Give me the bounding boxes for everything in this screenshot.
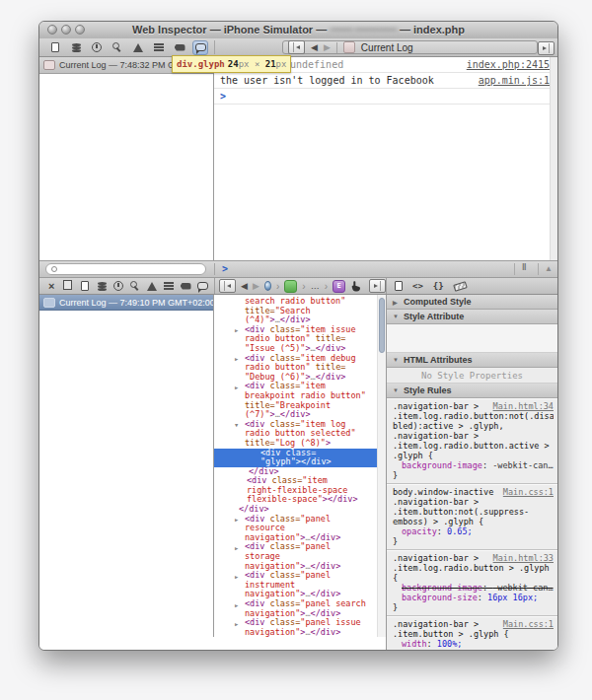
rule-selector-line: { <box>393 573 554 583</box>
rule-selector-text[interactable]: bled):active > .glyph, <box>393 421 504 431</box>
copy-icon <box>65 282 72 290</box>
quick-console-prompt[interactable]: > <box>222 263 228 274</box>
console-bubble-button[interactable] <box>194 279 210 294</box>
rule-selector-text[interactable]: .glyph { <box>393 451 433 460</box>
markup-tab-icon[interactable]: <> <box>412 282 423 291</box>
document-button[interactable] <box>77 279 93 294</box>
rule-selector-text[interactable]: body.window-inactive <box>393 487 493 497</box>
source-location-link[interactable]: app.min.js:1 <box>479 75 550 86</box>
console-prompt-row[interactable]: > <box>214 89 557 105</box>
html-attributes-section-header[interactable]: ▼HTML Attributes <box>387 353 557 368</box>
rule-selector-text[interactable]: .navigation-bar > <box>393 497 479 507</box>
page-crumb-icon[interactable] <box>264 281 271 291</box>
disclosure-triangle-icon[interactable]: ▶ <box>393 299 400 306</box>
dom-scrollbar-thumb[interactable] <box>379 298 385 353</box>
crumb-separator-icon: › <box>325 281 328 292</box>
bottom-toolbar: × ◀ ▶ › › … › E <> {} <box>39 277 557 295</box>
disclosure-triangle-icon[interactable]: ▼ <box>393 357 400 363</box>
rule-selector-text[interactable]: .item.log.radio.button > .glyph <box>393 563 550 573</box>
filter-tag-icon <box>175 44 185 51</box>
rule-closing-brace: } <box>393 536 554 546</box>
dom-tree-line[interactable]: ▶<div class="panel <box>214 571 386 581</box>
search-button[interactable] <box>110 40 125 55</box>
left-sidebar-toggle-button[interactable] <box>219 279 236 293</box>
issues-button[interactable] <box>130 40 146 55</box>
forward-button[interactable]: ▶ <box>324 42 331 52</box>
right-sidebar-toggle-button[interactable] <box>369 279 386 293</box>
computed-style-section-header[interactable]: ▶Computed Style <box>387 295 557 310</box>
element-badge-crumb-icon[interactable]: E <box>333 280 345 293</box>
filter-tag-button[interactable] <box>172 40 187 55</box>
rule-property[interactable]: background-image: -webkit-can… <box>393 583 554 593</box>
pause-log-button[interactable]: ‖ <box>522 262 526 272</box>
rule-source-link[interactable]: Main.html:34 <box>493 401 554 411</box>
minimize-button[interactable] <box>61 25 71 35</box>
rule-property[interactable]: background-size: 16px 16px; <box>393 593 554 602</box>
metrics-tab-icon[interactable] <box>453 281 468 292</box>
rule-selector-line: .item.button > .glyph { <box>393 629 554 639</box>
disclosure-triangle-icon[interactable]: ▼ <box>393 387 400 393</box>
scroll-to-top-button[interactable]: ▲ <box>545 264 553 273</box>
forward-button[interactable]: ▶ <box>253 281 259 291</box>
timeline-button[interactable] <box>111 279 126 294</box>
current-log-tab[interactable]: Current Log <box>361 42 413 53</box>
rule-selector-text[interactable]: .navigation-bar > <box>393 553 479 563</box>
console-lines-button[interactable] <box>151 40 167 55</box>
rule-selector-text[interactable]: { <box>393 573 398 583</box>
dom-tree-line[interactable]: "glyph"></div> <box>214 457 386 467</box>
style-tab-icon[interactable]: {} <box>433 282 444 291</box>
rule-property[interactable]: width: 100%; <box>393 639 554 649</box>
console-scrollbar[interactable] <box>550 57 557 260</box>
rule-selector-text[interactable]: .navigation-bar > <box>393 401 479 411</box>
crumb-ellipsis[interactable]: … <box>311 281 320 291</box>
right-sidebar-toggle-button[interactable] <box>538 41 555 55</box>
inspect-element-button[interactable] <box>350 280 362 293</box>
dom-tree-line[interactable]: ▶<div class="panel <box>214 515 386 525</box>
element-crumb-icon[interactable] <box>284 280 297 293</box>
log-filter-field[interactable] <box>45 263 206 275</box>
console-bubble-button[interactable] <box>192 40 208 55</box>
rule-selector-line: .item.button:not(.suppress- <box>393 507 554 517</box>
rule-source-link[interactable]: Main.css:1 <box>503 487 554 497</box>
storage-button[interactable] <box>94 279 110 294</box>
back-button[interactable]: ◀ <box>241 281 248 291</box>
rule-selector-text[interactable]: .item.button:not(.suppress- <box>393 507 529 517</box>
storage-button[interactable] <box>68 40 84 55</box>
timeline-icon <box>92 42 102 52</box>
titlebar[interactable]: Web Inspector — iPhone Simulator — •••••… <box>39 22 557 39</box>
details-tab-icon[interactable] <box>395 281 403 291</box>
rule-selector-text[interactable]: .navigation-bar > <box>393 431 479 441</box>
rule-property[interactable]: height: 100%; <box>393 649 554 651</box>
search-button[interactable] <box>127 279 143 294</box>
timeline-button[interactable] <box>89 40 105 55</box>
rule-selector-text[interactable]: .item.button > .glyph { <box>393 629 509 639</box>
rule-property[interactable]: opacity: 0.65; <box>393 526 554 536</box>
back-button[interactable]: ◀ <box>311 42 318 52</box>
source-location-link[interactable]: index.php:2415 <box>467 59 550 70</box>
rule-selector-text[interactable]: .item.log.radio.button:not(.disa <box>393 411 554 421</box>
filter-tag-button[interactable] <box>178 279 193 294</box>
clear-log-button[interactable]: × <box>43 279 59 294</box>
log-list-sidebar: Current Log — 7:48:32 PM GMT <box>39 57 214 260</box>
rule-selector-text[interactable]: .navigation-bar > <box>393 619 479 629</box>
zoom-button[interactable] <box>75 25 85 35</box>
crumb-separator-icon: › <box>276 281 279 292</box>
log-session-header-selected[interactable]: Current Log — 7:49:10 PM GMT+02:00 <box>39 295 213 311</box>
rule-selector-text[interactable]: .item.log.radio.button.active > <box>393 441 550 451</box>
bottom-icon-strip: × <box>43 278 213 294</box>
left-sidebar-toggle-button[interactable] <box>288 40 305 54</box>
console-lines-button[interactable] <box>161 279 177 294</box>
close-button[interactable] <box>47 25 57 35</box>
document-button[interactable] <box>47 40 63 55</box>
dom-tree-line[interactable]: ▶<div class="panel <box>214 542 386 552</box>
style-rules-section-header[interactable]: ▼Style Rules <box>387 384 557 398</box>
issues-button[interactable] <box>144 279 160 294</box>
rule-source-link[interactable]: Main.css:1 <box>503 619 554 629</box>
rule-source-link[interactable]: Main.html:33 <box>493 553 554 563</box>
console-output: undefinedindex.php:2415the user isn't lo… <box>214 57 557 260</box>
copy-button[interactable] <box>60 279 76 294</box>
disclosure-triangle-icon[interactable]: ▼ <box>393 314 400 319</box>
rule-property[interactable]: background-image: -webkit-can… <box>393 460 554 470</box>
rule-selector-text[interactable]: emboss) > .glyph { <box>393 517 483 526</box>
style-attribute-section-header[interactable]: ▼Style Attribute <box>387 310 557 324</box>
